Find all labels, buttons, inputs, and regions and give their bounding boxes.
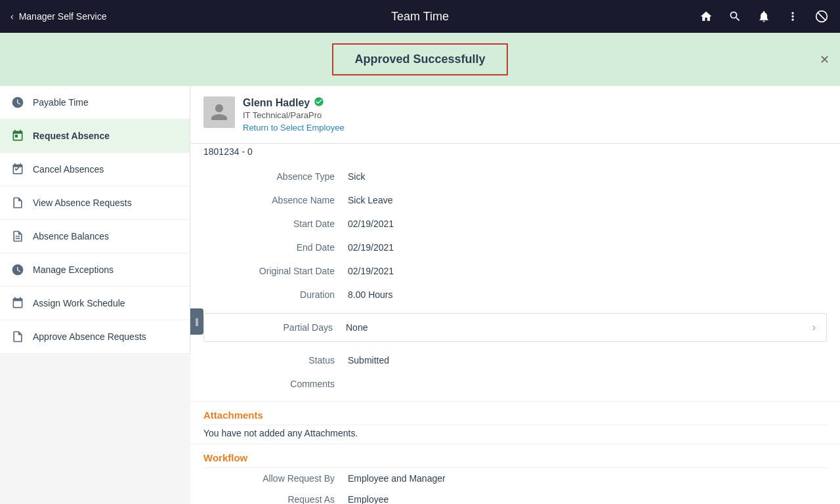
start-date-row: Start Date 02/19/2021 [203,212,827,236]
attachments-message: You have not added any Attachments. [190,425,840,444]
top-navigation: ‹ Manager Self Service Team Time [0,0,840,33]
circle-slash-icon[interactable] [814,9,830,24]
page-title: Team Time [391,10,449,24]
manager-self-service-link[interactable]: Manager Self Service [19,11,107,22]
absence-name-value: Sick Leave [348,195,392,205]
comments-label: Comments [203,379,348,389]
success-banner: Approved Successfully ✕ [0,33,840,86]
back-navigation[interactable]: ‹ Manager Self Service [10,11,107,22]
original-start-date-label: Original Start Date [203,266,348,276]
workflow-header: Workflow [190,444,840,467]
sidebar-label-manage-exceptions: Manage Exceptions [33,264,114,275]
nav-icons [698,9,830,24]
sidebar-label-view-absence-requests: View Absence Requests [33,198,132,208]
svg-line-1 [818,12,826,20]
detail-section: Absence Type Sick Absence Name Sick Leav… [190,165,840,306]
partial-days-label: Partial Days [215,322,346,333]
allow-request-by-value: Employee and Manager [348,473,446,484]
approve-absence-requests-icon [10,329,25,344]
home-icon[interactable] [698,9,714,24]
employee-header: Glenn Hadley IT Technical/ParaPro Return… [190,86,840,144]
more-icon[interactable] [785,9,801,24]
request-as-value: Employee [348,494,388,504]
employee-title: IT Technical/ParaPro [243,110,827,120]
return-to-select-employee-link[interactable]: Return to Select Employee [243,123,827,133]
sidebar-item-request-absence[interactable]: Request Absence [0,119,190,153]
status-value: Submitted [348,355,389,366]
partial-days-content: Partial Days None [215,322,812,333]
partial-days-value: None [346,322,368,333]
sidebar-item-view-absence-requests[interactable]: View Absence Requests [0,186,190,220]
sidebar-item-manage-exceptions[interactable]: Manage Exceptions [0,253,190,287]
content-area: Glenn Hadley IT Technical/ParaPro Return… [190,86,840,504]
start-date-value: 02/19/2021 [348,219,394,229]
original-start-date-value: 02/19/2021 [348,266,394,276]
absence-name-label: Absence Name [203,195,348,205]
request-as-row: Request As Employee [190,489,840,504]
sidebar-item-assign-work-schedule[interactable]: Assign Work Schedule [0,287,190,320]
end-date-value: 02/19/2021 [348,242,394,253]
partial-days-box[interactable]: Partial Days None › [203,313,827,342]
absence-type-row: Absence Type Sick [203,165,827,188]
duration-value: 8.00 Hours [348,289,392,300]
sidebar-container: Payable Time Request Absence Cancel Abse… [0,86,190,504]
start-date-label: Start Date [203,219,348,229]
attachments-header: Attachments [190,401,840,425]
manage-exceptions-icon [10,262,25,277]
partial-days-chevron-icon: › [812,322,816,333]
absence-name-row: Absence Name Sick Leave [203,188,827,212]
view-absence-requests-icon [10,196,25,210]
employee-info: Glenn Hadley IT Technical/ParaPro Return… [243,96,827,133]
allow-request-by-row: Allow Request By Employee and Manager [190,468,840,489]
request-absence-icon [10,129,25,143]
duration-row: Duration 8.00 Hours [203,283,827,306]
payable-time-icon [10,95,25,110]
search-icon[interactable] [727,9,743,24]
sidebar-label-approve-absence-requests: Approve Absence Requests [33,331,146,342]
absence-type-label: Absence Type [203,171,348,182]
duration-label: Duration [203,289,348,300]
main-layout: Payable Time Request Absence Cancel Abse… [0,86,840,504]
sidebar-item-cancel-absences[interactable]: Cancel Absences [0,153,190,186]
end-date-label: End Date [203,242,348,253]
record-id: 1801234 - 0 [190,144,840,165]
sidebar-item-approve-absence-requests[interactable]: Approve Absence Requests [0,320,190,354]
status-section: Status Submitted Comments [190,348,840,396]
sidebar-label-payable-time: Payable Time [33,97,89,108]
sidebar-toggle-button[interactable]: ‖ [190,308,203,335]
original-start-date-row: Original Start Date 02/19/2021 [203,259,827,283]
sidebar-label-cancel-absences: Cancel Absences [33,164,104,175]
cancel-absences-icon [10,162,25,177]
status-row: Status Submitted [203,348,827,372]
allow-request-by-label: Allow Request By [203,473,348,484]
sidebar-label-request-absence: Request Absence [33,131,110,141]
absence-balances-icon [10,229,25,243]
bell-icon[interactable] [756,9,772,24]
back-arrow-icon: ‹ [10,11,14,22]
status-label: Status [203,355,348,366]
verified-icon [314,96,324,109]
sidebar-item-absence-balances[interactable]: Absence Balances [0,220,190,253]
sidebar-label-absence-balances: Absence Balances [33,231,109,242]
assign-work-schedule-icon [10,296,25,310]
sidebar-item-payable-time[interactable]: Payable Time [0,86,190,119]
close-banner-button[interactable]: ✕ [820,52,830,67]
end-date-row: End Date 02/19/2021 [203,236,827,259]
sidebar: Payable Time Request Absence Cancel Abse… [0,86,190,354]
success-message: Approved Successfully [332,43,507,75]
request-as-label: Request As [203,494,348,504]
avatar [203,96,235,128]
employee-name: Glenn Hadley [243,96,827,109]
absence-type-value: Sick [348,171,365,182]
comments-row: Comments [203,372,827,396]
sidebar-label-assign-work-schedule: Assign Work Schedule [33,298,125,308]
